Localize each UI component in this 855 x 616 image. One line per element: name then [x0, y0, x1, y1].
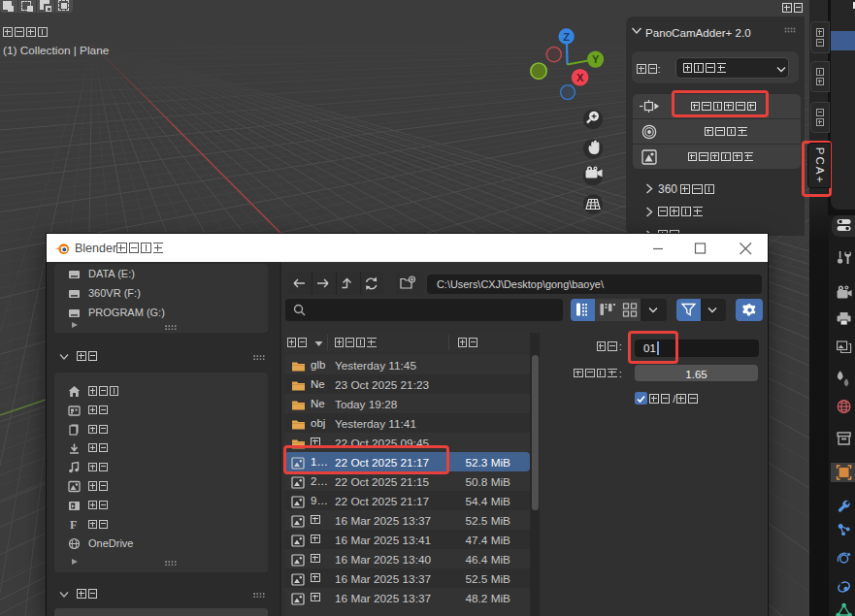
svg-text:X: X: [576, 72, 584, 83]
svg-text:Z: Z: [563, 31, 570, 43]
svg-text:Y: Y: [592, 53, 600, 65]
svg-text:F: F: [70, 518, 77, 531]
